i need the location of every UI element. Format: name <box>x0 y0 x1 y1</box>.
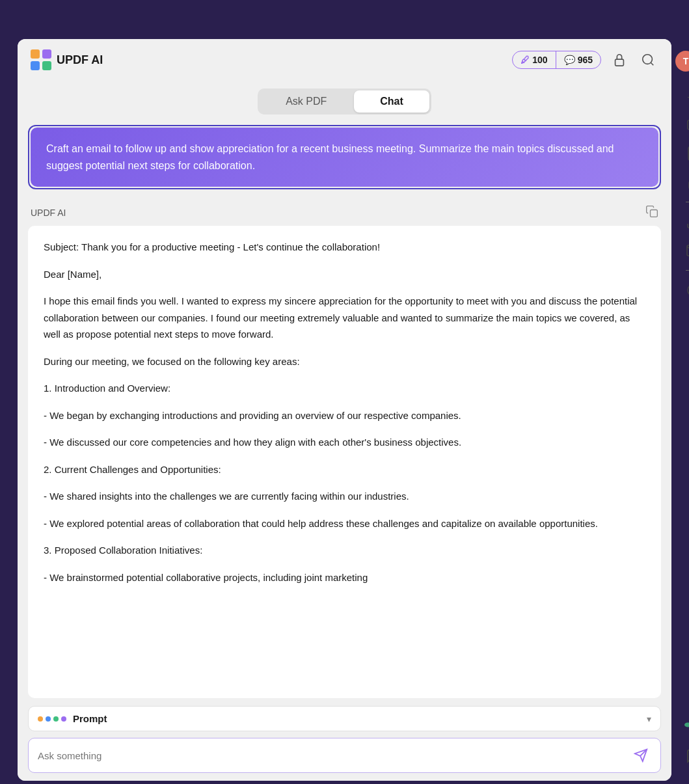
bottom-right-icons <box>682 713 689 768</box>
prompt-bar[interactable]: Prompt ▾ <box>28 706 661 731</box>
ask-input[interactable] <box>38 750 625 761</box>
email-section3-title: 3. Proposed Collaboration Initiatives: <box>44 542 645 559</box>
lock-icon[interactable] <box>682 170 689 194</box>
dot-green <box>53 716 59 722</box>
svg-point-14 <box>643 55 653 64</box>
app-title: UPDF AI <box>57 53 103 67</box>
ocr-icon[interactable] <box>682 113 689 137</box>
user-message: Craft an email to follow up and show app… <box>31 128 658 187</box>
dot-orange <box>38 716 43 722</box>
prompt-chevron: ▾ <box>647 714 651 724</box>
copy-icon[interactable] <box>645 205 658 221</box>
input-bar <box>28 738 661 773</box>
prompt-label: Prompt <box>73 713 647 724</box>
svg-rect-10 <box>42 49 51 59</box>
ai-response-header: UPDF AI <box>28 200 661 226</box>
updf-logo-icon <box>31 49 51 70</box>
email-section2-title: 2. Current Challenges and Opportunities: <box>44 461 645 478</box>
email-section3-bullet1: - We brainstormed potential collaborativ… <box>44 569 645 586</box>
email-subject: Subject: Thank you for a productive meet… <box>44 239 645 256</box>
chat-credits: 💬 965 <box>556 51 601 68</box>
bottom-area: Prompt ▾ <box>18 698 671 781</box>
chat-bubble-icon[interactable] <box>682 744 689 768</box>
svg-rect-12 <box>42 61 51 70</box>
ai-response-content: Subject: Thank you for a productive meet… <box>28 226 661 698</box>
svg-rect-11 <box>31 61 40 70</box>
top-right-area: 🖊 100 💬 965 <box>512 49 658 70</box>
document-search-icon[interactable] <box>682 142 689 165</box>
email-section1-bullet1: - We began by exchanging introductions a… <box>44 407 645 424</box>
scroll-up-icon[interactable]: — <box>682 85 689 108</box>
email-icon[interactable] <box>682 239 689 262</box>
dot-blue <box>46 716 51 722</box>
email-intro-line: During our meeting, we focused on the fo… <box>44 353 645 370</box>
dot-purple <box>61 716 66 722</box>
tab-chat[interactable]: Chat <box>354 90 429 113</box>
email-greeting: Dear [Name], <box>44 266 645 283</box>
search-button[interactable] <box>638 49 658 70</box>
svg-rect-13 <box>615 59 624 66</box>
logo-area: UPDF AI <box>31 49 103 70</box>
divider2 <box>686 270 689 271</box>
svg-rect-9 <box>31 49 40 59</box>
chat-credit-icon: 💬 <box>564 55 575 65</box>
email-para1: I hope this email finds you well. I want… <box>44 293 645 343</box>
flower-icon[interactable] <box>682 713 689 737</box>
top-bar: UPDF AI 🖊 100 💬 965 <box>18 39 671 81</box>
avatar[interactable]: T <box>675 51 689 72</box>
svg-rect-16 <box>651 210 658 217</box>
chat-credit-count: 965 <box>578 55 593 65</box>
pdf-credit-count: 100 <box>532 55 547 65</box>
send-button[interactable] <box>630 745 651 766</box>
pdf-credits: 🖊 100 <box>513 51 556 68</box>
svg-line-15 <box>651 62 653 65</box>
email-section2-bullet2: - We explored potential areas of collabo… <box>44 515 645 532</box>
email-section1-title: 1. Introduction and Overview: <box>44 380 645 397</box>
pdf-credit-icon: 🖊 <box>520 55 530 65</box>
credit-badge[interactable]: 🖊 100 💬 965 <box>512 51 601 69</box>
email-section2-bullet1: - We shared insights into the challenges… <box>44 488 645 505</box>
lock-button[interactable] <box>609 49 630 70</box>
content-area: Craft an email to follow up and show app… <box>18 125 671 698</box>
right-sidebar: — <box>682 85 689 302</box>
tab-container: Ask PDF Chat <box>258 88 431 115</box>
tab-area: Ask PDF Chat <box>18 81 671 125</box>
user-message-wrapper: Craft an email to follow up and show app… <box>28 125 661 189</box>
prompt-dots <box>38 716 66 722</box>
history-icon[interactable] <box>682 278 689 302</box>
email-section1-bullet2: - We discussed our core competencies and… <box>44 434 645 451</box>
share-icon[interactable] <box>682 210 689 234</box>
divider <box>686 202 689 202</box>
main-panel: T — <box>18 39 671 781</box>
ai-label: UPDF AI <box>31 208 66 218</box>
tab-ask-pdf[interactable]: Ask PDF <box>260 90 353 113</box>
svg-point-22 <box>684 723 689 727</box>
